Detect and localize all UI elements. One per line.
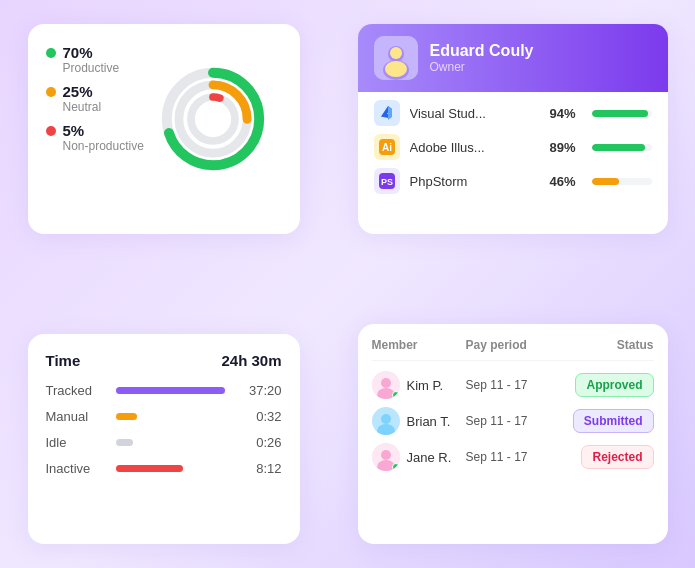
ps-icon: PS: [374, 168, 400, 194]
jane-avatar: [372, 443, 400, 471]
svg-text:Ai: Ai: [382, 142, 392, 153]
manual-value: 0:32: [248, 409, 282, 424]
ai-icon: Ai: [374, 134, 400, 160]
neutral-pct: 25%: [63, 83, 93, 100]
time-row-tracked: Tracked 37:20: [46, 383, 282, 398]
kim-avatar: [372, 371, 400, 399]
vs-pct: 94%: [540, 106, 576, 121]
kim-name: Kim P.: [407, 378, 444, 393]
user-header: Eduard Couly Owner: [358, 24, 668, 92]
inactive-value: 8:12: [248, 461, 282, 476]
ps-bar: [592, 178, 620, 185]
idle-bar: [116, 439, 133, 446]
pay-row-brian: Brian T. Sep 11 - 17 Submitted: [372, 407, 654, 435]
user-role: Owner: [430, 60, 534, 74]
donut-chart: [158, 64, 268, 174]
user-info: Eduard Couly Owner: [430, 42, 534, 74]
time-card: Time 24h 30m Tracked 37:20 Manual 0:32 I…: [28, 334, 300, 544]
col-member: Member: [372, 338, 466, 352]
dot-red: [46, 126, 56, 136]
user-avatar: [374, 36, 418, 80]
col-status: Status: [568, 338, 653, 352]
ps-name: PhpStorm: [410, 174, 530, 189]
manual-bar-wrap: [116, 413, 238, 420]
svg-point-9: [390, 47, 402, 59]
time-row-manual: Manual 0:32: [46, 409, 282, 424]
vs-name: Visual Stud...: [410, 106, 530, 121]
kim-member: Kim P.: [372, 371, 466, 399]
time-header: Time 24h 30m: [46, 352, 282, 369]
avatar-svg: [374, 36, 418, 80]
inactive-bar-wrap: [116, 465, 238, 472]
vs-bar-wrap: [592, 110, 652, 117]
brian-status-badge: Submitted: [573, 409, 654, 433]
brian-avatar: [372, 407, 400, 435]
manual-bar: [116, 413, 138, 420]
svg-point-16: [381, 378, 391, 388]
app-row-ps: PS PhpStorm 46%: [358, 160, 668, 194]
jane-online: [392, 463, 400, 471]
manual-label: Manual: [46, 409, 116, 424]
svg-point-4: [191, 97, 235, 141]
payperiod-card: Member Pay period Status Kim P. Sep 11 -…: [358, 324, 668, 544]
ai-bar-wrap: [592, 144, 652, 151]
dashboard-container: 70% Productive 25% Neutral 5% Non-produc…: [28, 24, 668, 544]
tracked-value: 37:20: [248, 383, 282, 398]
inactive-bar: [116, 465, 183, 472]
time-title: Time: [46, 352, 81, 369]
inactive-label: Inactive: [46, 461, 116, 476]
kim-period: Sep 11 - 17: [466, 378, 569, 392]
kim-status-badge: Approved: [575, 373, 653, 397]
user-name: Eduard Couly: [430, 42, 534, 60]
jane-status-wrap: Rejected: [568, 445, 653, 469]
jane-name: Jane R.: [407, 450, 452, 465]
svg-point-19: [381, 414, 391, 424]
ai-bar: [592, 144, 645, 151]
kim-online: [392, 391, 400, 399]
ps-pct: 46%: [540, 174, 576, 189]
idle-label: Idle: [46, 435, 116, 450]
time-row-inactive: Inactive 8:12: [46, 461, 282, 476]
pay-row-kim: Kim P. Sep 11 - 17 Approved: [372, 371, 654, 399]
app-row-ai: Ai Adobe Illus... 89%: [358, 126, 668, 160]
pay-row-jane: Jane R. Sep 11 - 17 Rejected: [372, 443, 654, 471]
ai-name: Adobe Illus...: [410, 140, 530, 155]
brian-member: Brian T.: [372, 407, 466, 435]
idle-bar-wrap: [116, 439, 238, 446]
productivity-card: 70% Productive 25% Neutral 5% Non-produc…: [28, 24, 300, 234]
jane-member: Jane R.: [372, 443, 466, 471]
jane-period: Sep 11 - 17: [466, 450, 569, 464]
nonproductive-pct: 5%: [63, 122, 85, 139]
user-card: Eduard Couly Owner Visual Stud... 94% Ai…: [358, 24, 668, 234]
legend-productive: 70%: [46, 44, 282, 61]
jane-status-badge: Rejected: [581, 445, 653, 469]
brian-period: Sep 11 - 17: [466, 414, 569, 428]
pay-header: Member Pay period Status: [372, 338, 654, 361]
idle-value: 0:26: [248, 435, 282, 450]
productive-pct: 70%: [63, 44, 93, 61]
ai-pct: 89%: [540, 140, 576, 155]
tracked-label: Tracked: [46, 383, 116, 398]
dot-orange: [46, 87, 56, 97]
svg-point-10: [385, 61, 407, 77]
ps-bar-wrap: [592, 178, 652, 185]
svg-point-22: [381, 450, 391, 460]
app-row-vs: Visual Stud... 94%: [358, 92, 668, 126]
tracked-bar-wrap: [116, 387, 238, 394]
col-period: Pay period: [466, 338, 569, 352]
kim-status-wrap: Approved: [568, 373, 653, 397]
donut-svg: [158, 64, 268, 174]
vs-bar: [592, 110, 648, 117]
svg-text:PS: PS: [381, 177, 393, 187]
dot-green: [46, 48, 56, 58]
time-total: 24h 30m: [221, 352, 281, 369]
time-row-idle: Idle 0:26: [46, 435, 282, 450]
vs-icon: [374, 100, 400, 126]
brian-status-wrap: Submitted: [568, 409, 653, 433]
brian-name: Brian T.: [407, 414, 451, 429]
tracked-bar: [116, 387, 226, 394]
